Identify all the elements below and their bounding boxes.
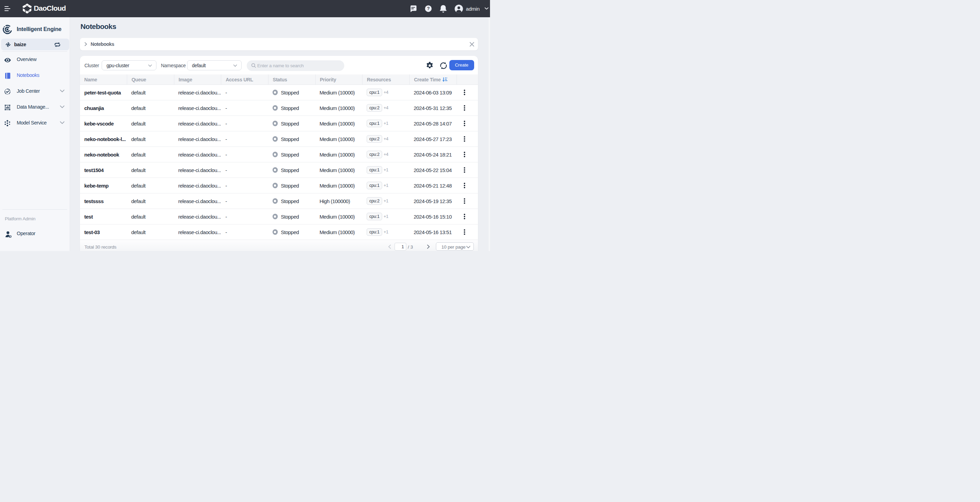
svg-text:?: ?	[427, 6, 430, 11]
